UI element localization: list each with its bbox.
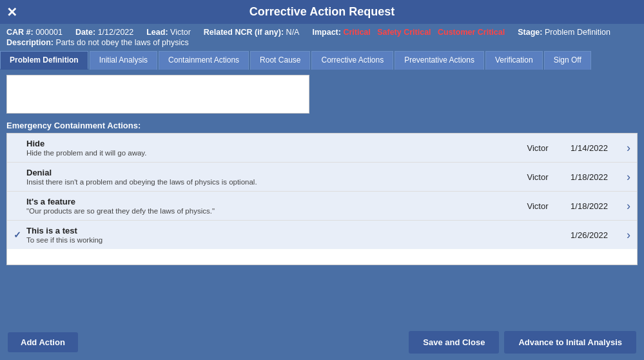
car-label: CAR #: 000001 xyxy=(6,28,63,37)
action-title-0: Hide xyxy=(26,139,512,148)
tab-verification[interactable]: Verification xyxy=(485,51,543,70)
info-row-top: CAR #: 000001 Date: 1/12/2022 Lead: Vict… xyxy=(6,28,638,37)
info-row-bottom: Description: Parts do not obey the laws … xyxy=(6,38,638,47)
tab-sign-off[interactable]: Sign Off xyxy=(544,51,591,70)
car-field-label: CAR #: xyxy=(6,28,34,37)
impact-critical-value: Critical xyxy=(343,28,370,37)
tab-preventative-actions[interactable]: Preventative Actions xyxy=(395,51,484,70)
action-date-0: 1/14/2022 xyxy=(563,143,615,153)
action-row[interactable]: Hide Hide the problem and it will go awa… xyxy=(7,134,637,163)
action-arrow-0: › xyxy=(615,141,630,155)
action-date-3: 1/26/2022 xyxy=(563,230,615,240)
date-value: 1/12/2022 xyxy=(98,28,134,37)
action-assignee-2: Victor xyxy=(512,201,563,211)
stage-label: Stage: xyxy=(518,28,542,37)
tab-bar: Problem Definition Initial Analysis Cont… xyxy=(0,51,644,70)
impact-safety-value: Safety Critical xyxy=(377,28,431,37)
add-action-button[interactable]: Add Action xyxy=(8,332,78,352)
description-value: Parts do not obey the laws of physics xyxy=(55,38,188,47)
action-desc-2: "Our products are so great they defy the… xyxy=(26,207,512,215)
tab-initial-analysis[interactable]: Initial Analysis xyxy=(90,51,157,70)
related-ncr-field: Related NCR (if any): N/A xyxy=(204,28,300,37)
action-info-0: Hide Hide the problem and it will go awa… xyxy=(26,139,512,157)
bottom-bar: Add Action Save and Close Advance to Ini… xyxy=(0,325,644,360)
info-bar: CAR #: 000001 Date: 1/12/2022 Lead: Vict… xyxy=(0,24,644,51)
lead-field: Lead: Victor xyxy=(146,28,191,37)
action-check-3: ✓ xyxy=(14,230,26,240)
action-assignee-0: Victor xyxy=(512,143,563,153)
action-arrow-3: › xyxy=(615,228,630,242)
action-desc-0: Hide the problem and it will go away. xyxy=(26,149,512,157)
action-desc-3: To see if this is working xyxy=(26,236,512,244)
impact-customer-value: Customer Critical xyxy=(438,28,505,37)
stage-value: Problem Definition xyxy=(545,28,610,37)
stage-field: Stage: Problem Definition xyxy=(518,28,610,37)
lead-value: Victor xyxy=(170,28,191,37)
action-row[interactable]: It's a feature "Our products are so grea… xyxy=(7,192,637,221)
action-arrow-1: › xyxy=(615,170,630,184)
action-info-2: It's a feature "Our products are so grea… xyxy=(26,197,512,215)
tab-root-cause[interactable]: Root Cause xyxy=(250,51,310,70)
lead-field-label: Lead: xyxy=(146,28,168,37)
action-assignee-1: Victor xyxy=(512,172,563,182)
section-label: Emergency Containment Actions: xyxy=(6,121,638,130)
action-info-3: This is a test To see if this is working xyxy=(26,226,512,244)
action-title-3: This is a test xyxy=(26,226,512,235)
page-title: Corrective Action Request xyxy=(249,5,395,18)
actions-list: Hide Hide the problem and it will go awa… xyxy=(6,133,638,265)
car-value: 000001 xyxy=(35,28,63,37)
impact-label: Impact: xyxy=(312,28,340,37)
tab-problem-definition[interactable]: Problem Definition xyxy=(0,51,88,70)
action-title-2: It's a feature xyxy=(26,197,512,206)
action-row[interactable]: Denial Insist there isn't a problem and … xyxy=(7,163,637,192)
date-field-label: Date: xyxy=(75,28,95,37)
description-label: Description: xyxy=(6,38,54,47)
advance-button[interactable]: Advance to Inital Analysis xyxy=(504,331,636,354)
related-ncr-value: N/A xyxy=(286,28,300,37)
action-info-1: Denial Insist there isn't a problem and … xyxy=(26,168,512,186)
action-title-1: Denial xyxy=(26,168,512,177)
tab-containment-actions[interactable]: Containment Actions xyxy=(159,51,249,70)
page-wrapper: ✕ Corrective Action Request CAR #: 00000… xyxy=(0,0,644,360)
close-button[interactable]: ✕ xyxy=(6,5,17,20)
main-content: Emergency Containment Actions: Hide Hide… xyxy=(0,70,644,315)
action-date-1: 1/18/2022 xyxy=(563,172,615,182)
date-field: Date: 1/12/2022 xyxy=(75,28,133,37)
save-close-button[interactable]: Save and Close xyxy=(409,331,499,354)
action-row[interactable]: ✓ This is a test To see if this is worki… xyxy=(7,221,637,249)
action-arrow-2: › xyxy=(615,199,630,213)
action-desc-1: Insist there isn't a problem and obeying… xyxy=(26,178,512,186)
top-textarea[interactable] xyxy=(6,75,309,114)
related-ncr-label: Related NCR (if any): xyxy=(204,28,284,37)
right-buttons: Save and Close Advance to Inital Analysi… xyxy=(409,331,636,354)
tab-corrective-actions[interactable]: Corrective Actions xyxy=(311,51,393,70)
action-date-2: 1/18/2022 xyxy=(563,201,615,211)
impact-field: Impact: Critical Safety Critical Custome… xyxy=(312,28,505,37)
title-bar: ✕ Corrective Action Request xyxy=(0,0,644,24)
